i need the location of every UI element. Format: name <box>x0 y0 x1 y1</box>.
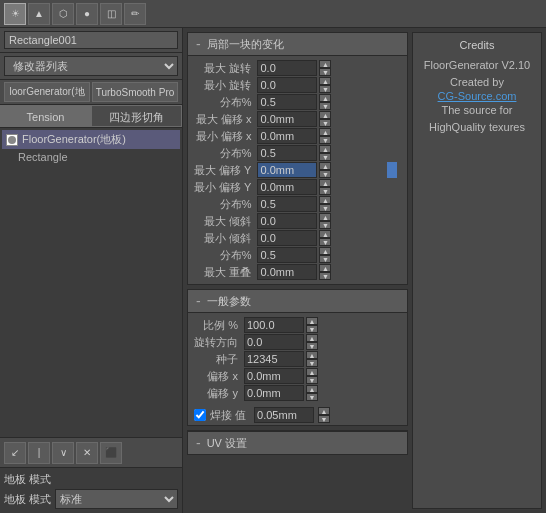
toolbar-icon-0[interactable]: ☀ <box>4 3 26 25</box>
spin-down[interactable]: ▼ <box>319 238 331 246</box>
general-params-title: 一般参数 <box>207 294 251 309</box>
param-input-dist-1[interactable] <box>257 145 317 161</box>
spin-down[interactable]: ▼ <box>319 170 331 178</box>
svg-point-0 <box>8 136 16 144</box>
param-input-min-tilt[interactable] <box>257 230 317 246</box>
modifier-label-1: Rectangle <box>18 151 68 163</box>
lb-btn-4[interactable]: ⬛ <box>100 442 122 464</box>
spin-up[interactable]: ▲ <box>319 247 331 255</box>
param-input-dist-0[interactable] <box>257 94 317 110</box>
lb-btn-0[interactable]: ↙ <box>4 442 26 464</box>
modifier-item-1[interactable]: Rectangle <box>2 149 180 165</box>
tab-quad-chamfer[interactable]: 四边形切角 <box>91 105 182 127</box>
param-input-max-rot[interactable] <box>257 60 317 76</box>
weld-value-input[interactable] <box>254 407 314 423</box>
spin-up[interactable]: ▲ <box>319 179 331 187</box>
modifier-dropdown[interactable]: 修改器列表 <box>4 56 178 76</box>
lb-btn-3[interactable]: ✕ <box>76 442 98 464</box>
modifier-item-0[interactable]: FloorGenerator(地板) <box>2 130 180 149</box>
spin-down[interactable]: ▼ <box>306 376 318 384</box>
spin-down[interactable]: ▼ <box>319 68 331 76</box>
top-toolbar: ☀ ▲ ⬡ ● ◫ ✏ <box>0 0 546 28</box>
param-input-dist-2[interactable] <box>257 196 317 212</box>
param-input-min-oy[interactable] <box>257 179 317 195</box>
spin-down[interactable]: ▼ <box>319 187 331 195</box>
left-bottom-toolbar: ↙ | ∨ ✕ ⬛ <box>0 437 182 467</box>
spin-down[interactable]: ▼ <box>319 136 331 144</box>
param-wrap-scale: ▲▼ <box>244 317 385 333</box>
param-input-scale[interactable] <box>244 317 304 333</box>
param-input-min-ox[interactable] <box>257 128 317 144</box>
spin-up[interactable]: ▲ <box>306 317 318 325</box>
param-input-max-oy[interactable] <box>257 162 317 178</box>
toolbar-icon-3[interactable]: ● <box>76 3 98 25</box>
weld-checkbox[interactable] <box>194 409 206 421</box>
param-input-dist-3[interactable] <box>257 247 317 263</box>
plugin-btn-0[interactable]: loorGenerator(地 <box>4 82 90 102</box>
spin-down[interactable]: ▼ <box>319 102 331 110</box>
spin-up[interactable]: ▲ <box>319 162 331 170</box>
general-params-grid: 比例 % ▲▼ 旋转方向 ▲▼ 种子 ▲▼ <box>188 313 407 405</box>
spin-up[interactable]: ▲ <box>319 77 331 85</box>
param-label-dist-2: 分布% <box>194 197 255 212</box>
toolbar-icon-4[interactable]: ◫ <box>100 3 122 25</box>
spin-down[interactable]: ▼ <box>319 119 331 127</box>
spin-down[interactable]: ▼ <box>306 359 318 367</box>
spin-up[interactable]: ▲ <box>319 213 331 221</box>
spin-up[interactable]: ▲ <box>319 145 331 153</box>
spin-max-rot: ▲▼ <box>319 60 331 76</box>
spin-down[interactable]: ▼ <box>319 153 331 161</box>
lb-btn-2[interactable]: ∨ <box>52 442 74 464</box>
param-input-offset-x[interactable] <box>244 368 304 384</box>
uv-section-header: - UV 设置 <box>188 431 407 454</box>
plugin-btn-1[interactable]: TurboSmooth Pro <box>92 82 178 102</box>
param-wrap-min-tilt: ▲▼ <box>257 230 385 246</box>
spin-down[interactable]: ▼ <box>319 272 331 280</box>
spin-up[interactable]: ▲ <box>319 196 331 204</box>
lb-btn-1[interactable]: | <box>28 442 50 464</box>
spin-up[interactable]: ▲ <box>306 385 318 393</box>
param-input-min-rot[interactable] <box>257 77 317 93</box>
credits-line2: HighQuality texures <box>419 119 535 136</box>
modifier-dropdown-row: 修改器列表 <box>0 53 182 80</box>
param-wrap-max-ox: ▲▼ <box>257 111 385 127</box>
spin-down[interactable]: ▼ <box>319 221 331 229</box>
spin-scale: ▲▼ <box>306 317 318 333</box>
spin-up[interactable]: ▲ <box>306 334 318 342</box>
param-input-rot-dir[interactable] <box>244 334 304 350</box>
object-name-input[interactable] <box>4 31 178 49</box>
floor-mode-select[interactable]: 标准随机自定义 <box>55 489 178 509</box>
spin-down[interactable]: ▼ <box>319 204 331 212</box>
spin-up[interactable]: ▲ <box>318 407 330 415</box>
toolbar-icon-5[interactable]: ✏ <box>124 3 146 25</box>
spin-down[interactable]: ▼ <box>306 342 318 350</box>
param-input-max-tilt[interactable] <box>257 213 317 229</box>
param-input-offset-y[interactable] <box>244 385 304 401</box>
spin-down[interactable]: ▼ <box>319 85 331 93</box>
credits-line1: The source for <box>419 102 535 119</box>
spin-up[interactable]: ▲ <box>306 351 318 359</box>
param-input-max-overlap[interactable] <box>257 264 317 280</box>
spin-up[interactable]: ▲ <box>319 94 331 102</box>
floor-mode-section-label: 地板 模式 <box>4 472 178 487</box>
param-label-rot-dir: 旋转方向 <box>194 335 242 350</box>
toolbar-icon-2[interactable]: ⬡ <box>52 3 74 25</box>
spin-up[interactable]: ▲ <box>319 128 331 136</box>
spin-up[interactable]: ▲ <box>319 264 331 272</box>
spin-down[interactable]: ▼ <box>319 255 331 263</box>
spin-up[interactable]: ▲ <box>319 230 331 238</box>
param-input-seed[interactable] <box>244 351 304 367</box>
spin-down[interactable]: ▼ <box>306 325 318 333</box>
spin-up[interactable]: ▲ <box>319 111 331 119</box>
toolbar-icon-1[interactable]: ▲ <box>28 3 50 25</box>
param-label-max-overlap: 最大 重叠 <box>194 265 255 280</box>
spin-down[interactable]: ▼ <box>306 393 318 401</box>
spin-up[interactable]: ▲ <box>306 368 318 376</box>
credits-version: FloorGenerator V2.10 <box>419 57 535 74</box>
param-input-max-ox[interactable] <box>257 111 317 127</box>
credits-link[interactable]: CG-Source.com <box>419 90 535 102</box>
spin-down[interactable]: ▼ <box>318 415 330 423</box>
spin-up[interactable]: ▲ <box>319 60 331 68</box>
header-dash-2: - <box>196 435 201 451</box>
tab-tension[interactable]: Tension <box>0 105 91 127</box>
